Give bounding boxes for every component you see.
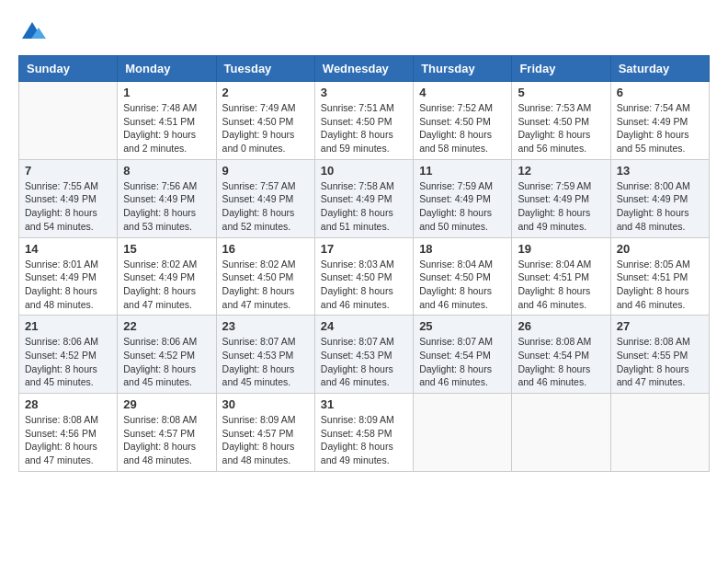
day-number: 17 [321, 242, 407, 256]
day-info: Sunrise: 8:06 AM Sunset: 4:52 PM Dayligh… [123, 335, 210, 389]
day-info: Sunrise: 7:59 AM Sunset: 4:49 PM Dayligh… [518, 179, 604, 234]
day-number: 19 [518, 242, 604, 256]
day-number: 22 [123, 319, 210, 333]
day-number: 21 [25, 319, 111, 333]
calendar-week-3: 14Sunrise: 8:01 AM Sunset: 4:49 PM Dayli… [19, 237, 710, 316]
day-info: Sunrise: 8:08 AM Sunset: 4:57 PM Dayligh… [123, 413, 210, 467]
day-number: 31 [321, 397, 407, 411]
day-info: Sunrise: 8:09 AM Sunset: 4:57 PM Dayligh… [222, 413, 309, 467]
calendar-cell: 10Sunrise: 7:58 AM Sunset: 4:49 PM Dayli… [314, 159, 413, 237]
calendar-cell: 28Sunrise: 8:08 AM Sunset: 4:56 PM Dayli… [19, 394, 118, 472]
day-number: 30 [222, 397, 309, 411]
calendar-week-2: 7Sunrise: 7:55 AM Sunset: 4:49 PM Daylig… [19, 159, 710, 237]
day-number: 3 [321, 86, 407, 99]
day-number: 16 [222, 242, 309, 256]
calendar-cell: 8Sunrise: 7:56 AM Sunset: 4:49 PM Daylig… [118, 159, 216, 237]
calendar-cell: 12Sunrise: 7:59 AM Sunset: 4:49 PM Dayli… [512, 159, 610, 237]
day-number: 15 [123, 242, 210, 256]
calendar-cell: 15Sunrise: 8:02 AM Sunset: 4:49 PM Dayli… [118, 237, 216, 316]
day-info: Sunrise: 8:07 AM Sunset: 4:53 PM Dayligh… [321, 335, 407, 389]
day-info: Sunrise: 7:53 AM Sunset: 4:50 PM Dayligh… [518, 101, 604, 155]
day-number: 27 [617, 319, 703, 333]
calendar-cell: 22Sunrise: 8:06 AM Sunset: 4:52 PM Dayli… [118, 316, 216, 394]
day-number: 6 [617, 86, 703, 99]
day-number: 2 [222, 86, 309, 99]
header-row: SundayMondayTuesdayWednesdayThursdayFrid… [19, 56, 710, 82]
calendar-cell: 23Sunrise: 8:07 AM Sunset: 4:53 PM Dayli… [216, 316, 314, 394]
day-number: 4 [419, 86, 506, 99]
day-info: Sunrise: 7:58 AM Sunset: 4:49 PM Dayligh… [321, 179, 407, 234]
page-header [18, 18, 710, 46]
day-info: Sunrise: 7:54 AM Sunset: 4:49 PM Dayligh… [617, 101, 703, 155]
calendar-cell [414, 394, 512, 472]
day-number: 20 [617, 242, 703, 256]
day-info: Sunrise: 8:00 AM Sunset: 4:49 PM Dayligh… [617, 179, 703, 234]
day-info: Sunrise: 7:55 AM Sunset: 4:49 PM Dayligh… [25, 179, 111, 234]
logo [18, 18, 50, 46]
day-info: Sunrise: 8:02 AM Sunset: 4:50 PM Dayligh… [222, 258, 309, 312]
day-info: Sunrise: 7:49 AM Sunset: 4:50 PM Dayligh… [222, 101, 309, 155]
day-info: Sunrise: 8:08 AM Sunset: 4:54 PM Dayligh… [518, 335, 604, 389]
calendar-cell [610, 394, 709, 472]
day-header-thursday: Thursday [414, 56, 512, 82]
calendar-cell: 25Sunrise: 8:07 AM Sunset: 4:54 PM Dayli… [414, 316, 512, 394]
calendar-header: SundayMondayTuesdayWednesdayThursdayFrid… [19, 56, 710, 82]
calendar-cell: 4Sunrise: 7:52 AM Sunset: 4:50 PM Daylig… [414, 82, 512, 160]
calendar-cell: 20Sunrise: 8:05 AM Sunset: 4:51 PM Dayli… [610, 237, 709, 316]
day-info: Sunrise: 8:02 AM Sunset: 4:49 PM Dayligh… [123, 258, 210, 312]
day-header-friday: Friday [512, 56, 610, 82]
day-number: 9 [222, 164, 309, 178]
day-number: 12 [518, 164, 604, 178]
day-number: 5 [518, 86, 604, 99]
calendar-cell: 14Sunrise: 8:01 AM Sunset: 4:49 PM Dayli… [19, 237, 118, 316]
day-number: 10 [321, 164, 407, 178]
day-info: Sunrise: 8:07 AM Sunset: 4:53 PM Dayligh… [222, 335, 309, 389]
day-info: Sunrise: 8:08 AM Sunset: 4:55 PM Dayligh… [617, 335, 703, 389]
calendar-cell: 13Sunrise: 8:00 AM Sunset: 4:49 PM Dayli… [610, 159, 709, 237]
calendar-cell: 17Sunrise: 8:03 AM Sunset: 4:50 PM Dayli… [314, 237, 413, 316]
day-info: Sunrise: 7:52 AM Sunset: 4:50 PM Dayligh… [419, 101, 506, 155]
day-number: 1 [123, 86, 210, 99]
day-number: 25 [419, 319, 506, 333]
logo-icon [18, 18, 46, 46]
calendar-week-5: 28Sunrise: 8:08 AM Sunset: 4:56 PM Dayli… [19, 394, 710, 472]
calendar-cell: 9Sunrise: 7:57 AM Sunset: 4:49 PM Daylig… [216, 159, 314, 237]
calendar-cell: 21Sunrise: 8:06 AM Sunset: 4:52 PM Dayli… [19, 316, 118, 394]
day-number: 29 [123, 397, 210, 411]
day-info: Sunrise: 8:07 AM Sunset: 4:54 PM Dayligh… [419, 335, 506, 389]
calendar-cell: 1Sunrise: 7:48 AM Sunset: 4:51 PM Daylig… [118, 82, 216, 160]
day-info: Sunrise: 7:56 AM Sunset: 4:49 PM Dayligh… [123, 179, 210, 234]
calendar-body: 1Sunrise: 7:48 AM Sunset: 4:51 PM Daylig… [19, 82, 710, 472]
calendar-cell: 6Sunrise: 7:54 AM Sunset: 4:49 PM Daylig… [610, 82, 709, 160]
day-header-wednesday: Wednesday [314, 56, 413, 82]
calendar-cell: 5Sunrise: 7:53 AM Sunset: 4:50 PM Daylig… [512, 82, 610, 160]
day-info: Sunrise: 7:57 AM Sunset: 4:49 PM Dayligh… [222, 179, 309, 234]
calendar-cell: 19Sunrise: 8:04 AM Sunset: 4:51 PM Dayli… [512, 237, 610, 316]
calendar-cell: 16Sunrise: 8:02 AM Sunset: 4:50 PM Dayli… [216, 237, 314, 316]
calendar-cell: 7Sunrise: 7:55 AM Sunset: 4:49 PM Daylig… [19, 159, 118, 237]
day-info: Sunrise: 7:51 AM Sunset: 4:50 PM Dayligh… [321, 101, 407, 155]
day-number: 8 [123, 164, 210, 178]
day-info: Sunrise: 8:04 AM Sunset: 4:50 PM Dayligh… [419, 258, 506, 312]
day-header-sunday: Sunday [19, 56, 118, 82]
day-number: 23 [222, 319, 309, 333]
day-info: Sunrise: 8:03 AM Sunset: 4:50 PM Dayligh… [321, 258, 407, 312]
day-info: Sunrise: 8:04 AM Sunset: 4:51 PM Dayligh… [518, 258, 604, 312]
day-info: Sunrise: 8:08 AM Sunset: 4:56 PM Dayligh… [25, 413, 111, 467]
day-number: 26 [518, 319, 604, 333]
calendar-cell: 24Sunrise: 8:07 AM Sunset: 4:53 PM Dayli… [314, 316, 413, 394]
day-info: Sunrise: 8:06 AM Sunset: 4:52 PM Dayligh… [25, 335, 111, 389]
day-number: 28 [25, 397, 111, 411]
calendar-cell: 26Sunrise: 8:08 AM Sunset: 4:54 PM Dayli… [512, 316, 610, 394]
calendar-cell: 18Sunrise: 8:04 AM Sunset: 4:50 PM Dayli… [414, 237, 512, 316]
calendar-week-4: 21Sunrise: 8:06 AM Sunset: 4:52 PM Dayli… [19, 316, 710, 394]
day-info: Sunrise: 7:48 AM Sunset: 4:51 PM Dayligh… [123, 101, 210, 155]
day-number: 13 [617, 164, 703, 178]
calendar-table: SundayMondayTuesdayWednesdayThursdayFrid… [18, 55, 710, 472]
day-number: 24 [321, 319, 407, 333]
calendar-cell: 2Sunrise: 7:49 AM Sunset: 4:50 PM Daylig… [216, 82, 314, 160]
calendar-cell [19, 82, 118, 160]
calendar-cell: 30Sunrise: 8:09 AM Sunset: 4:57 PM Dayli… [216, 394, 314, 472]
calendar-week-1: 1Sunrise: 7:48 AM Sunset: 4:51 PM Daylig… [19, 82, 710, 160]
day-info: Sunrise: 8:05 AM Sunset: 4:51 PM Dayligh… [617, 258, 703, 312]
